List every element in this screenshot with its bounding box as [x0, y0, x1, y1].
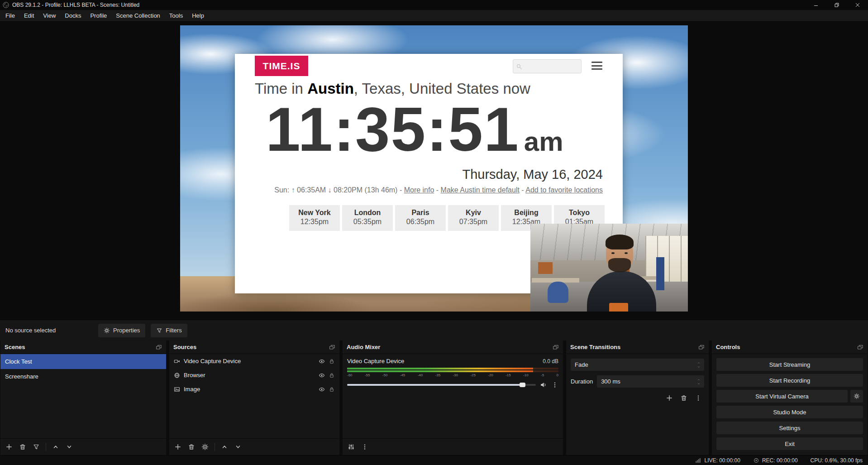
- transition-select[interactable]: Fade: [571, 359, 704, 371]
- restore-button[interactable]: [826, 0, 847, 10]
- city-london[interactable]: London05:35pm: [342, 205, 393, 231]
- add-transition-button[interactable]: [663, 392, 675, 404]
- lock-icon[interactable]: [329, 372, 335, 379]
- scenes-panel-title: Scenes: [5, 344, 25, 350]
- city-newyork[interactable]: New York12:35pm: [289, 205, 340, 231]
- transitions-dock-header: Scene Transitions: [566, 340, 709, 354]
- person-eye: [611, 252, 615, 254]
- move-scene-up-button[interactable]: [50, 441, 62, 453]
- close-button[interactable]: [847, 0, 868, 10]
- add-favorite-link[interactable]: Add to favorite locations: [525, 186, 603, 194]
- settings-button[interactable]: Settings: [716, 422, 863, 434]
- mixer-body: Video Capture Device 0.0 dB -60-55-50-45…: [343, 354, 563, 438]
- remove-source-button[interactable]: [186, 441, 197, 453]
- properties-button[interactable]: Properties: [98, 324, 145, 337]
- remove-transition-button[interactable]: [678, 392, 690, 404]
- source-properties-button[interactable]: [199, 441, 211, 453]
- start-recording-button[interactable]: Start Recording: [716, 374, 863, 387]
- source-item-image[interactable]: Image: [169, 382, 339, 396]
- minimize-button[interactable]: [806, 0, 826, 10]
- menu-item-edit[interactable]: Edit: [19, 10, 38, 21]
- transition-menu-button[interactable]: [692, 392, 704, 404]
- volume-slider-handle[interactable]: [520, 383, 525, 387]
- make-default-link[interactable]: Make Austin time default: [441, 186, 520, 194]
- menu-item-help[interactable]: Help: [187, 10, 209, 21]
- mixer-menu-button[interactable]: [359, 441, 371, 453]
- sources-dock: Sources Video Capture Device Browser: [169, 340, 339, 455]
- speaker-icon[interactable]: [540, 381, 547, 388]
- city-name: Kyiv: [448, 209, 499, 217]
- menu-item-tools[interactable]: Tools: [165, 10, 187, 21]
- remove-scene-button[interactable]: [17, 441, 29, 453]
- timeis-date: Thursday, May 16, 2024: [462, 167, 603, 182]
- meter-scale: -60-55-50-45-40-35-30-25-20-15-10-50: [347, 373, 558, 377]
- meter-scale-label: -15: [506, 373, 511, 377]
- start-virtual-camera-button[interactable]: Start Virtual Camera: [716, 390, 848, 403]
- scenes-toolbar: [0, 438, 166, 455]
- duration-increase-icon[interactable]: [696, 378, 701, 381]
- meter-scale-label: -35: [435, 373, 441, 377]
- timeis-search-input[interactable]: [524, 63, 575, 70]
- advanced-audio-button[interactable]: [345, 441, 357, 453]
- start-streaming-button[interactable]: Start Streaming: [716, 358, 863, 371]
- duration-spinbox[interactable]: 300 ms: [597, 375, 704, 388]
- person-shirt-accent: [609, 303, 628, 312]
- menu-item-docks[interactable]: Docks: [60, 10, 86, 21]
- volume-slider[interactable]: [347, 384, 536, 386]
- scene-filters-button[interactable]: [30, 441, 42, 453]
- lock-icon[interactable]: [329, 358, 335, 364]
- move-source-up-button[interactable]: [219, 441, 230, 453]
- dock-popout-icon: [156, 344, 162, 350]
- studio-mode-button[interactable]: Studio Mode: [716, 406, 863, 418]
- obs-logo-icon: [3, 2, 9, 8]
- add-scene-button[interactable]: [3, 441, 15, 453]
- source-item-video-capture[interactable]: Video Capture Device: [169, 354, 339, 368]
- city-name: New York: [289, 209, 340, 217]
- visibility-icon[interactable]: [319, 386, 325, 393]
- hamburger-menu-icon[interactable]: [591, 62, 602, 70]
- city-kyiv[interactable]: Kyiv07:35pm: [448, 205, 499, 231]
- menu-item-scene-collection[interactable]: Scene Collection: [111, 10, 165, 21]
- city-time: 05:35pm: [342, 218, 393, 226]
- sun-info-line: Sun: ↑ 06:35AM ↓ 08:20PM (13h 46m) - Mor…: [274, 186, 603, 194]
- move-scene-down-button[interactable]: [63, 441, 75, 453]
- filters-button[interactable]: Filters: [151, 324, 187, 337]
- mixer-channel-menu-icon[interactable]: [551, 381, 558, 388]
- source-item-browser[interactable]: Browser: [169, 368, 339, 382]
- more-info-link[interactable]: More info: [404, 186, 434, 194]
- move-source-down-button[interactable]: [232, 441, 244, 453]
- visibility-icon[interactable]: [319, 358, 325, 364]
- meter-scale-label: -45: [400, 373, 405, 377]
- transitions-body: Fade Duration 300 ms: [566, 354, 709, 455]
- exit-button[interactable]: Exit: [716, 437, 863, 450]
- scenes-dock-header: Scenes: [0, 340, 166, 354]
- lock-icon[interactable]: [329, 386, 335, 393]
- window-title: OBS 29.1.2 - Profile: LLHLS BETA - Scene…: [12, 2, 139, 8]
- program-canvas[interactable]: TIME.IS Time in Austin, Texas, United St…: [180, 25, 688, 312]
- menu-item-view[interactable]: View: [38, 10, 60, 21]
- meter-scale-label: -55: [365, 373, 370, 377]
- filter-icon: [156, 327, 162, 334]
- filters-label: Filters: [166, 327, 181, 334]
- scene-item-screenshare[interactable]: Screenshare: [0, 369, 166, 384]
- person-hair: [606, 235, 634, 249]
- scenes-list: Clock Test Screenshare: [0, 354, 166, 438]
- virtual-camera-settings-button[interactable]: [850, 390, 863, 403]
- visibility-icon[interactable]: [319, 372, 325, 379]
- timeis-clock: 11:35:51 am: [266, 96, 563, 163]
- stream-status-icon: [695, 457, 701, 464]
- image-icon: [174, 386, 180, 393]
- city-name: London: [342, 209, 393, 217]
- add-source-button[interactable]: [172, 441, 184, 453]
- sun-separator: -: [520, 186, 525, 194]
- duration-decrease-icon[interactable]: [696, 382, 701, 385]
- live-status: LIVE: 00:00:00: [695, 457, 740, 464]
- menu-item-profile[interactable]: Profile: [86, 10, 111, 21]
- controls-dock-header: Controls: [712, 340, 868, 354]
- city-paris[interactable]: Paris06:35pm: [395, 205, 446, 231]
- menu-item-file[interactable]: File: [1, 10, 19, 21]
- meter-scale-label: -40: [418, 373, 423, 377]
- obs-main-window: OBS 29.1.2 - Profile: LLHLS BETA - Scene…: [0, 0, 868, 465]
- scene-item-clock-test[interactable]: Clock Test: [0, 354, 166, 369]
- scene-transitions-dock: Scene Transitions Fade Duration: [566, 340, 709, 455]
